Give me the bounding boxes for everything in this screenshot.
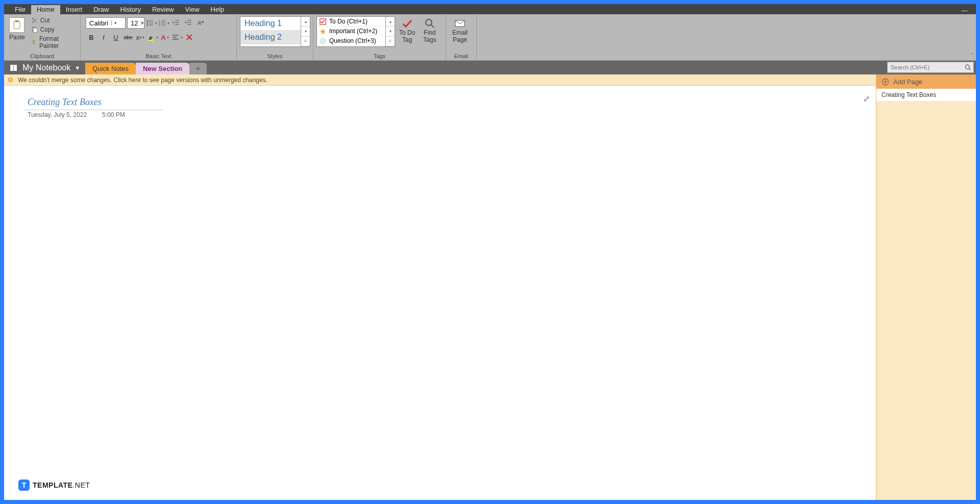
svg-rect-21 [10, 65, 13, 71]
clear-formatting-button[interactable]: A [195, 17, 206, 29]
merge-warning-bar[interactable]: We couldn't merge some changes. Click he… [4, 74, 876, 86]
underline-button[interactable]: U [110, 32, 121, 43]
minimize-icon[interactable]: — [953, 7, 976, 14]
todo-tag-button[interactable]: To DoTag [395, 15, 419, 44]
align-button[interactable] [172, 32, 183, 43]
search-box[interactable] [887, 62, 974, 73]
page-list-item[interactable]: Creating Text Boxes [876, 89, 976, 101]
ribbon: Paste Cut Copy Format Painter [4, 14, 976, 61]
svg-text:3: 3 [159, 23, 160, 27]
svg-rect-1 [15, 20, 19, 22]
paste-button[interactable]: Paste [6, 15, 28, 41]
highlight-button[interactable] [147, 32, 158, 43]
page-time: 5:00 PM [102, 111, 125, 118]
notebook-icon [9, 63, 18, 72]
font-size-combo[interactable]: 12▾ [127, 17, 144, 29]
collapse-ribbon-button[interactable]: ˄ [971, 53, 974, 58]
svg-point-9 [147, 22, 149, 24]
bullets-button[interactable] [146, 17, 157, 29]
svg-rect-22 [14, 65, 17, 71]
svg-rect-6 [32, 40, 35, 41]
menu-home[interactable]: Home [31, 5, 60, 14]
note-canvas[interactable]: We couldn't merge some changes. Click he… [4, 74, 876, 500]
menu-help[interactable]: Help [205, 5, 230, 14]
menu-history[interactable]: History [115, 5, 146, 14]
warning-icon [7, 77, 14, 83]
tag-important[interactable]: Important (Ctrl+2) [317, 27, 385, 36]
add-page-button[interactable]: Add Page [876, 74, 976, 89]
paintbrush-icon [31, 39, 37, 46]
notebook-dropdown[interactable]: My Notebook ▼ [4, 61, 85, 74]
scissors-icon [31, 17, 38, 24]
svg-point-10 [147, 24, 149, 26]
search-icon [964, 64, 971, 71]
checkmark-icon [401, 17, 413, 30]
page-meta: Tuesday, July 5, 2022 5:00 PM [28, 111, 125, 118]
add-section-button[interactable]: + [189, 63, 207, 74]
basic-text-group-label: Basic Text [83, 53, 234, 60]
numbering-button[interactable]: 123 [158, 17, 169, 29]
clipboard-icon [9, 17, 24, 33]
tag-question[interactable]: ?Question (Ctrl+3) [317, 36, 385, 46]
envelope-icon [454, 17, 466, 30]
expand-icon[interactable]: ⤢ [863, 94, 870, 104]
page-list-panel: Add Page Creating Text Boxes [876, 74, 976, 500]
section-tab-new-section[interactable]: New Section [136, 63, 189, 74]
format-painter-button[interactable]: Format Painter [30, 35, 76, 50]
svg-point-23 [965, 65, 969, 69]
menu-bar: File Home Insert Draw History Review Vie… [4, 4, 976, 14]
section-tab-quick-notes[interactable]: Quick Notes [85, 63, 136, 74]
outdent-button[interactable] [170, 17, 182, 29]
tags-group-label: Tags [315, 53, 444, 60]
search-input[interactable] [888, 64, 964, 70]
menu-insert[interactable]: Insert [60, 5, 88, 14]
italic-button[interactable]: I [98, 32, 109, 43]
font-color-button[interactable]: A [159, 32, 170, 43]
menu-review[interactable]: Review [146, 5, 180, 14]
page-title-field[interactable]: Creating Text Boxes [24, 96, 162, 110]
plus-circle-icon [881, 78, 889, 86]
svg-text:A: A [197, 20, 201, 26]
styles-gallery[interactable]: Heading 1 Heading 2 ▴▾≡ [240, 16, 310, 47]
page-date: Tuesday, July 5, 2022 [28, 111, 87, 118]
delete-button[interactable] [184, 32, 195, 43]
style-heading1[interactable]: Heading 1 [240, 17, 301, 31]
clipboard-group-label: Clipboard [6, 53, 78, 60]
watermark: T TEMPLATE.NET [18, 480, 90, 491]
cut-button[interactable]: Cut [30, 16, 76, 24]
email-page-button[interactable]: EmailPage [448, 15, 472, 44]
tag-todo[interactable]: To Do (Ctrl+1) [317, 17, 385, 27]
find-tags-button[interactable]: FindTags [419, 15, 440, 44]
styles-scrollbar[interactable]: ▴▾≡ [301, 17, 310, 46]
bold-button[interactable]: B [86, 32, 97, 43]
menu-draw[interactable]: Draw [88, 5, 114, 14]
svg-text:?: ? [322, 39, 324, 43]
svg-rect-0 [14, 21, 20, 29]
svg-rect-15 [148, 40, 153, 41]
email-group-label: Email [448, 53, 474, 60]
logo-icon: T [18, 480, 30, 491]
menu-file[interactable]: File [9, 5, 31, 14]
search-icon [424, 17, 436, 30]
svg-point-8 [147, 20, 149, 22]
styles-group-label: Styles [239, 53, 311, 60]
tags-scrollbar[interactable]: ▴▾≡ [385, 17, 395, 46]
svg-point-19 [426, 19, 432, 26]
font-name-combo[interactable]: Calibri▾ [86, 17, 126, 29]
copy-icon [31, 26, 38, 33]
strikethrough-button[interactable]: abc [122, 32, 134, 43]
section-tabs-bar: My Notebook ▼ Quick Notes New Section + [4, 61, 976, 74]
menu-view[interactable]: View [180, 5, 205, 14]
style-heading2[interactable]: Heading 2 [240, 31, 301, 44]
svg-rect-7 [33, 41, 34, 44]
indent-button[interactable] [183, 17, 194, 29]
tags-gallery[interactable]: To Do (Ctrl+1) Important (Ctrl+2) ?Quest… [316, 16, 395, 47]
svg-rect-5 [33, 28, 37, 32]
copy-button[interactable]: Copy [30, 26, 76, 34]
subscript-button[interactable]: x2 [135, 32, 146, 43]
